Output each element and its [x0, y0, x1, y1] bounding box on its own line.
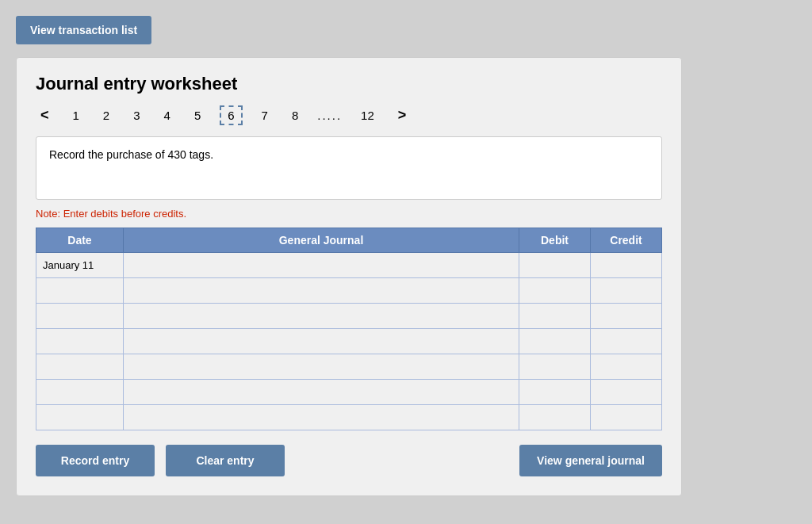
credit-cell-6[interactable]: [591, 405, 662, 430]
journal-cell-6[interactable]: [124, 405, 519, 430]
debit-cell-2[interactable]: [519, 304, 591, 329]
prev-page-button[interactable]: <: [36, 105, 54, 125]
credit-cell-0[interactable]: [591, 253, 662, 278]
table-row: [36, 304, 662, 329]
credit-input-5[interactable]: [591, 380, 661, 404]
journal-input-3[interactable]: [124, 329, 519, 354]
date-cell-6: [36, 405, 124, 430]
journal-input-5[interactable]: [124, 380, 519, 404]
debit-input-6[interactable]: [519, 405, 590, 430]
panel-title: Journal entry worksheet: [36, 74, 662, 94]
journal-cell-5[interactable]: [124, 380, 519, 405]
table-row: [36, 405, 662, 430]
credit-cell-1[interactable]: [591, 278, 662, 304]
debit-input-3[interactable]: [519, 329, 590, 354]
journal-input-1[interactable]: [124, 278, 519, 303]
view-general-journal-button[interactable]: View general journal: [519, 445, 662, 476]
journal-input-2[interactable]: [124, 304, 519, 328]
journal-cell-3[interactable]: [124, 329, 519, 354]
journal-cell-1[interactable]: [124, 278, 519, 304]
credit-input-6[interactable]: [591, 405, 661, 430]
journal-input-4[interactable]: [124, 354, 519, 379]
journal-table: Date General Journal Debit Credit Januar…: [36, 228, 662, 430]
page-8[interactable]: 8: [287, 107, 303, 124]
page-3[interactable]: 3: [128, 107, 144, 124]
header-credit: Credit: [591, 228, 662, 253]
debit-cell-1[interactable]: [519, 278, 591, 304]
credit-input-1[interactable]: [591, 278, 661, 303]
journal-cell-2[interactable]: [124, 304, 519, 329]
debit-cell-6[interactable]: [519, 405, 591, 430]
page-4[interactable]: 4: [159, 107, 175, 124]
debit-cell-4[interactable]: [519, 354, 591, 380]
credit-cell-3[interactable]: [591, 329, 662, 354]
date-cell-2: [36, 304, 124, 329]
date-cell-5: [36, 380, 124, 405]
table-row: [36, 278, 662, 304]
header-journal: General Journal: [124, 228, 519, 253]
credit-input-2[interactable]: [591, 304, 661, 328]
note-text: Note: Enter debits before credits.: [36, 208, 662, 220]
button-row: Record entry Clear entry View general jo…: [36, 445, 662, 476]
next-page-button[interactable]: >: [393, 105, 412, 125]
page-12[interactable]: 12: [356, 107, 379, 124]
table-row: [36, 329, 662, 354]
credit-input-0[interactable]: [591, 253, 661, 277]
date-cell-0: January 11: [36, 253, 124, 278]
debit-cell-3[interactable]: [519, 329, 591, 354]
description-text: Record the purchase of 430 tags.: [49, 148, 213, 161]
debit-cell-5[interactable]: [519, 380, 591, 405]
debit-input-1[interactable]: [519, 278, 590, 303]
journal-entry-panel: Journal entry worksheet < 1 2 3 4 5 6 7 …: [16, 57, 682, 496]
date-cell-3: [36, 329, 124, 354]
header-debit: Debit: [519, 228, 591, 253]
description-box: Record the purchase of 430 tags.: [36, 136, 662, 200]
debit-input-0[interactable]: [519, 253, 590, 277]
debit-input-4[interactable]: [519, 354, 590, 379]
page-ellipsis: .....: [317, 109, 342, 122]
credit-cell-2[interactable]: [591, 304, 662, 329]
journal-cell-0[interactable]: [124, 253, 519, 278]
page-6[interactable]: 6: [220, 105, 242, 125]
header-date: Date: [36, 228, 124, 253]
table-row: [36, 354, 662, 380]
clear-entry-button[interactable]: Clear entry: [166, 445, 285, 476]
debit-input-5[interactable]: [519, 380, 590, 404]
page-7[interactable]: 7: [257, 107, 273, 124]
table-row: January 11: [36, 253, 662, 278]
table-row: [36, 380, 662, 405]
date-cell-4: [36, 354, 124, 380]
debit-input-2[interactable]: [519, 304, 590, 328]
credit-input-4[interactable]: [591, 354, 661, 379]
credit-cell-5[interactable]: [591, 380, 662, 405]
journal-input-6[interactable]: [124, 405, 519, 430]
credit-cell-4[interactable]: [591, 354, 662, 380]
record-entry-button[interactable]: Record entry: [36, 445, 155, 476]
date-cell-1: [36, 278, 124, 304]
view-transaction-list-button[interactable]: View transaction list: [16, 16, 151, 44]
journal-cell-4[interactable]: [124, 354, 519, 380]
page-5[interactable]: 5: [190, 107, 205, 124]
page-2[interactable]: 2: [98, 107, 114, 124]
pagination: < 1 2 3 4 5 6 7 8 ..... 12 >: [36, 105, 662, 125]
credit-input-3[interactable]: [591, 329, 661, 354]
page-1[interactable]: 1: [68, 107, 84, 124]
debit-cell-0[interactable]: [519, 253, 591, 278]
journal-input-0[interactable]: [124, 253, 519, 277]
